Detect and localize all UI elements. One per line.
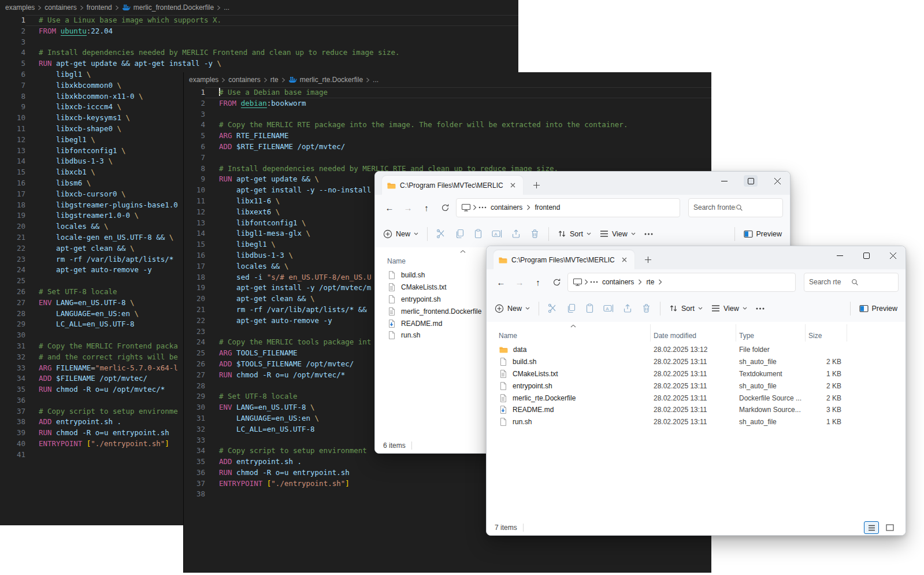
code-line[interactable]: 6ADD $RTE_FILENAME /opt/mvtec/ [184, 142, 711, 153]
line-number: 12 [0, 135, 25, 146]
breadcrumb-filename[interactable]: merlic_rte.Dockerfile [300, 76, 363, 84]
column-header-type[interactable]: Type [736, 324, 806, 342]
maximize-button[interactable] [744, 175, 758, 187]
paste-button[interactable] [473, 229, 483, 239]
preview-button[interactable]: Preview [859, 305, 897, 313]
line-number: 26 [184, 359, 205, 370]
code-line[interactable]: 1# Use a Linux base image which supports… [0, 15, 518, 26]
address-crumb[interactable]: frontend [532, 203, 562, 212]
column-header-date-modified[interactable]: Date modified [651, 324, 736, 342]
breadcrumb[interactable]: examplescontainersrtemerlic_rte.Dockerfi… [184, 72, 711, 87]
line-number: 21 [184, 305, 205, 316]
address-bar[interactable]: containers frontend [456, 198, 680, 217]
file-row[interactable]: build.sh28.02.2025 13:11sh_auto_file2 KB [496, 356, 906, 368]
code-line[interactable]: 2FROM ubuntu:22.04 [0, 26, 518, 37]
breadcrumb-item[interactable]: examples [5, 3, 35, 12]
column-header-size[interactable]: Size [806, 324, 847, 342]
cut-button[interactable] [548, 303, 558, 313]
forward-button[interactable]: → [400, 200, 415, 215]
up-button[interactable]: ↑ [530, 274, 546, 290]
maximize-button[interactable] [859, 250, 873, 261]
code-line[interactable]: 5ARG RTE_FILENAME [184, 131, 711, 142]
back-button[interactable]: ← [382, 200, 397, 215]
delete-button[interactable] [530, 229, 540, 239]
breadcrumb[interactable]: examplescontainersfrontendmerlic_fronten… [0, 0, 518, 15]
tab-close-icon[interactable] [507, 180, 518, 191]
up-button[interactable]: ↑ [419, 200, 434, 215]
new-tab-button[interactable] [529, 177, 544, 192]
minimize-button[interactable] [717, 175, 731, 187]
file-size: 3 KB [806, 406, 847, 414]
share-button[interactable] [623, 303, 633, 313]
code-line[interactable]: 4# Install dependencies needed by MERLIC… [0, 47, 518, 58]
paste-button[interactable] [585, 303, 595, 313]
breadcrumb-filename[interactable]: merlic_frontend.Dockerfile [133, 3, 214, 12]
address-crumb[interactable]: containers [600, 278, 636, 286]
column-header-name[interactable]: Name [496, 324, 651, 342]
view-button[interactable]: View [600, 230, 636, 238]
search-box[interactable]: Search frontend [688, 198, 783, 217]
tab-close-icon[interactable] [618, 254, 630, 266]
breadcrumb-item[interactable]: containers [44, 3, 76, 12]
new-tab-button[interactable] [640, 252, 655, 267]
address-crumb[interactable]: rte [644, 278, 656, 286]
close-button[interactable] [770, 175, 784, 187]
code-line[interactable]: 5RUN apt-get update && apt-get install -… [0, 58, 518, 69]
code-line[interactable]: 4# Copy the MERLIC RTE package into the … [184, 120, 711, 131]
file-row[interactable]: merlic_rte.Dockerfile28.02.2025 13:11Doc… [496, 392, 906, 404]
breadcrumb-item[interactable]: rte [270, 76, 279, 84]
new-button[interactable]: New [383, 229, 418, 239]
code-line[interactable]: 3 [0, 37, 518, 48]
new-button[interactable]: New [495, 304, 530, 313]
share-button[interactable] [511, 229, 521, 239]
breadcrumb-item[interactable]: containers [228, 76, 260, 84]
explorer-tab[interactable]: C:\Program Files\MVTec\MERLIC [493, 250, 634, 269]
preview-button[interactable]: Preview [744, 230, 782, 238]
copy-button[interactable] [566, 303, 576, 313]
file-row[interactable]: entrypoint.sh28.02.2025 13:11sh_auto_fil… [496, 380, 906, 392]
view-button[interactable]: View [711, 305, 747, 313]
more-options-button[interactable] [644, 233, 653, 235]
more-options-button[interactable] [756, 307, 765, 310]
copy-button[interactable] [455, 229, 465, 239]
details-view-toggle[interactable] [864, 521, 879, 534]
file-row[interactable]: CMakeLists.txt28.02.2025 13:11Textdokume… [496, 368, 906, 380]
code-line[interactable]: 3 [184, 109, 711, 120]
code-line[interactable]: 2FROM debian:bookworm [184, 98, 711, 109]
refresh-button[interactable] [437, 200, 452, 215]
back-button[interactable]: ← [493, 274, 509, 290]
line-number: 2 [184, 98, 205, 109]
breadcrumb-symbol-more[interactable]: ... [373, 76, 378, 84]
file-row[interactable]: run.sh28.02.2025 13:11sh_auto_file1 KB [496, 416, 906, 428]
rename-button[interactable]: A [603, 303, 614, 313]
search-icon [851, 279, 893, 286]
code-line[interactable]: 1# Use a Debian base image [184, 87, 711, 98]
address-crumb[interactable]: containers [488, 203, 525, 212]
chevron-right-icon [115, 5, 119, 10]
file-name: merlic_frontend.Dockerfile [401, 307, 481, 316]
code-line[interactable]: 7 [184, 153, 711, 164]
minimize-button[interactable] [833, 250, 847, 261]
cut-button[interactable] [436, 229, 446, 239]
rename-button[interactable]: A [492, 229, 503, 239]
refresh-button[interactable] [549, 274, 564, 290]
thumbnails-view-toggle[interactable] [882, 521, 897, 534]
sort-button[interactable]: Sort [669, 304, 703, 313]
breadcrumb-item[interactable]: examples [189, 76, 218, 84]
address-bar[interactable]: containers rte [567, 273, 796, 292]
line-number: 6 [0, 69, 25, 80]
close-button[interactable] [886, 250, 900, 261]
forward-button[interactable]: → [512, 274, 527, 290]
search-box[interactable]: Search rte [804, 273, 899, 292]
file-name: merlic_rte.Dockerfile [513, 394, 576, 402]
sort-button[interactable]: Sort [558, 229, 591, 238]
delete-button[interactable] [641, 303, 651, 313]
explorer-tab[interactable]: C:\Program Files\MVTec\MERLIC [382, 176, 523, 195]
breadcrumb-overflow-button[interactable] [478, 206, 487, 209]
breadcrumb-symbol-more[interactable]: ... [224, 3, 229, 12]
breadcrumb-item[interactable]: frontend [87, 3, 112, 12]
breadcrumb-overflow-button[interactable] [590, 281, 598, 283]
file-row[interactable]: data28.02.2025 13:12File folder [496, 344, 906, 356]
file-name: run.sh [401, 331, 420, 339]
file-row[interactable]: README.md28.02.2025 13:11Markdown Source… [496, 404, 906, 416]
